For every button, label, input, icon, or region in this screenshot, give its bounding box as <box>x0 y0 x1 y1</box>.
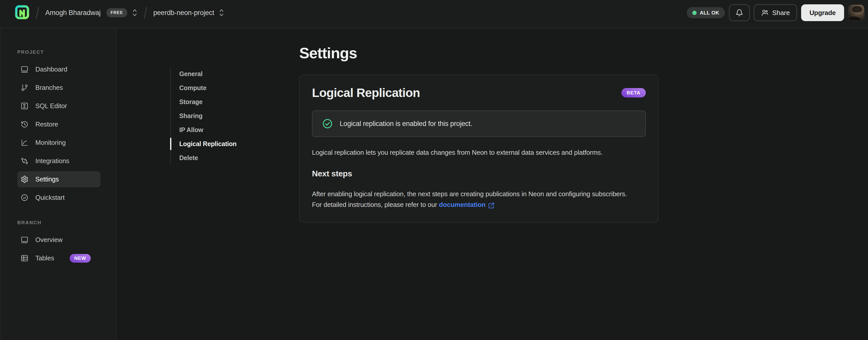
status-dot-icon <box>692 11 696 15</box>
subnav-item-sharing[interactable]: Sharing <box>179 109 237 123</box>
main-content: Settings Logical Replication BETA Logica… <box>299 29 658 223</box>
git-branch-icon <box>21 84 29 92</box>
upgrade-button[interactable]: Upgrade <box>801 4 844 21</box>
breadcrumb-slash-icon <box>35 5 40 20</box>
project-switcher-chevron-icon[interactable] <box>219 8 224 17</box>
beta-badge: BETA <box>621 88 646 97</box>
project-name[interactable]: peerdb-neon-project <box>153 9 214 17</box>
sidebar-item-label: Tables <box>35 254 54 262</box>
breadcrumb: Amogh Bharadwaj FREE peerdb-neon-project <box>15 5 224 20</box>
neon-logo-icon[interactable] <box>15 5 30 20</box>
sidebar-item-sql-editor[interactable]: SQL Editor <box>17 98 100 114</box>
sidebar-item-label: Quickstart <box>35 194 65 202</box>
notifications-button[interactable] <box>729 4 750 21</box>
sidebar-item-label: Settings <box>35 175 59 183</box>
org-switcher-chevron-icon[interactable] <box>132 8 137 17</box>
monitoring-chart-icon <box>21 139 29 147</box>
share-button-label: Share <box>772 9 790 17</box>
alert-text: Logical replication is enabled for this … <box>340 120 472 128</box>
integrations-icon <box>21 157 29 165</box>
sidebar-item-restore[interactable]: Restore <box>17 116 100 132</box>
subnav-item-storage[interactable]: Storage <box>179 95 237 109</box>
documentation-link[interactable]: documentation <box>439 199 495 210</box>
sidebar-section-project: PROJECT <box>17 49 116 55</box>
sidebar-item-label: SQL Editor <box>35 102 67 110</box>
overview-icon <box>21 236 29 244</box>
sidebar-item-label: Dashboard <box>35 65 67 73</box>
sidebar-item-monitoring[interactable]: Monitoring <box>17 135 100 151</box>
sidebar-item-tables[interactable]: Tables NEW <box>17 250 100 266</box>
subnav-item-delete[interactable]: Delete <box>179 151 237 165</box>
status-badge[interactable]: ALL OK <box>687 7 725 18</box>
sidebar-item-overview[interactable]: Overview <box>17 232 100 248</box>
restore-history-icon <box>21 120 29 128</box>
next-steps-text: After enabling logical replication, the … <box>312 189 627 210</box>
share-users-icon <box>761 9 769 17</box>
table-icon <box>21 254 29 262</box>
new-badge: NEW <box>70 254 91 263</box>
bell-icon <box>736 9 743 17</box>
card-title: Logical Replication <box>312 86 420 100</box>
upgrade-button-label: Upgrade <box>809 9 836 17</box>
sql-editor-icon <box>21 102 29 110</box>
subnav-item-ip-allow[interactable]: IP Allow <box>179 123 237 137</box>
plan-badge: FREE <box>106 8 127 17</box>
top-bar: Amogh Bharadwaj FREE peerdb-neon-project… <box>0 0 868 29</box>
org-name[interactable]: Amogh Bharadwaj <box>45 9 101 17</box>
sidebar-item-label: Restore <box>35 120 58 128</box>
card-header: Logical Replication BETA <box>312 86 646 100</box>
user-avatar[interactable] <box>848 5 864 21</box>
sidebar-item-label: Overview <box>35 236 63 244</box>
logical-replication-card: Logical Replication BETA Logical replica… <box>299 75 658 223</box>
next-steps-heading: Next steps <box>312 169 646 178</box>
sidebar-item-dashboard[interactable]: Dashboard <box>17 61 100 77</box>
check-circle-icon <box>322 118 333 129</box>
documentation-link-label: documentation <box>439 199 486 210</box>
sidebar-item-settings[interactable]: Settings <box>17 171 100 187</box>
gear-icon <box>21 175 29 183</box>
breadcrumb-slash-icon <box>143 5 148 20</box>
subnav-item-logical-replication[interactable]: Logical Replication <box>179 137 237 151</box>
description-text: Logical replication lets you replicate d… <box>312 147 627 158</box>
topbar-actions: ALL OK Share Upgrade <box>687 4 864 21</box>
sidebar-item-integrations[interactable]: Integrations <box>17 153 100 169</box>
check-circle-icon <box>21 194 29 202</box>
sidebar: PROJECT Dashboard Branches SQL Editor Re… <box>0 29 117 340</box>
subnav-item-compute[interactable]: Compute <box>179 81 237 95</box>
success-alert: Logical replication is enabled for this … <box>312 110 646 137</box>
sidebar-section-branch: BRANCH <box>17 220 116 225</box>
external-link-icon <box>488 202 495 209</box>
sidebar-item-label: Branches <box>35 84 63 92</box>
sidebar-item-label: Monitoring <box>35 139 66 147</box>
sidebar-item-quickstart[interactable]: Quickstart <box>17 190 100 206</box>
page-title: Settings <box>299 44 658 62</box>
status-badge-label: ALL OK <box>700 10 719 16</box>
settings-subnav: General Compute Storage Sharing IP Allow… <box>170 67 237 165</box>
subnav-item-general[interactable]: General <box>179 67 237 81</box>
sidebar-item-branches[interactable]: Branches <box>17 80 100 96</box>
dashboard-icon <box>21 65 29 73</box>
sidebar-item-label: Integrations <box>35 157 69 165</box>
share-button[interactable]: Share <box>754 4 797 21</box>
